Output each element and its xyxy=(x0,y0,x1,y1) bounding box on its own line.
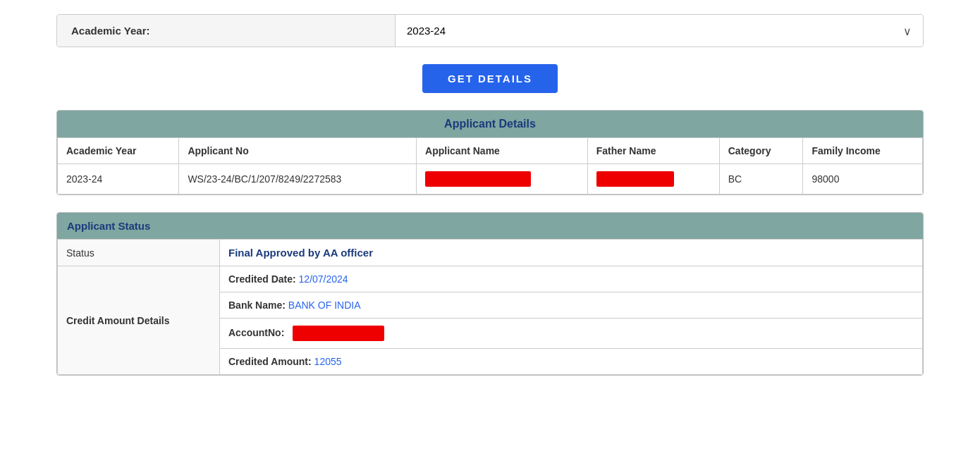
cell-applicant-no: WS/23-24/BC/1/207/8249/2272583 xyxy=(179,164,417,195)
button-container: GET DETAILS xyxy=(56,64,924,93)
father-name-redacted xyxy=(596,171,674,187)
credited-date-value: 12/07/2024 xyxy=(299,273,348,285)
account-no-label: AccountNo: xyxy=(228,327,284,338)
credited-amount-row: Credited Amount: 12055 xyxy=(220,349,922,374)
status-value-cell: Final Approved by AA officer xyxy=(220,240,923,266)
credited-date-row: Credited Date: 12/07/2024 xyxy=(220,266,922,292)
get-details-button[interactable]: GET DETAILS xyxy=(422,64,558,93)
status-row: Status Final Approved by AA officer xyxy=(58,240,923,266)
credited-amount-label: Credited Amount: xyxy=(228,356,312,367)
cell-academic-year: 2023-24 xyxy=(58,164,179,195)
cell-father-name xyxy=(587,164,719,195)
credit-label-cell: Credit Amount Details xyxy=(58,266,220,375)
status-label-cell: Status xyxy=(58,240,220,266)
applicant-status-table: Status Final Approved by AA officer Cred… xyxy=(57,239,923,375)
cell-applicant-name xyxy=(417,164,588,195)
col-family-income: Family Income xyxy=(803,138,923,164)
col-father-name: Father Name xyxy=(587,138,719,164)
col-applicant-name: Applicant Name xyxy=(417,138,588,164)
col-applicant-no: Applicant No xyxy=(179,138,417,164)
applicant-status-header: Applicant Status xyxy=(57,213,923,239)
col-academic-year: Academic Year xyxy=(58,138,179,164)
status-value: Final Approved by AA officer xyxy=(228,247,373,259)
account-no-redacted xyxy=(293,326,384,341)
credit-details-cell: Credited Date: 12/07/2024 Bank Name: BAN… xyxy=(220,266,923,375)
credit-label: Credit Amount Details xyxy=(66,315,170,326)
academic-year-row: Academic Year: 2023-24 2022-23 2021-22 xyxy=(56,14,924,47)
account-no-row: AccountNo: xyxy=(220,319,922,349)
applicant-name-redacted xyxy=(425,171,531,187)
academic-year-select-wrapper[interactable]: 2023-24 2022-23 2021-22 xyxy=(396,15,923,47)
page-wrapper: Academic Year: 2023-24 2022-23 2021-22 G… xyxy=(28,0,952,390)
cell-family-income: 98000 xyxy=(803,164,923,195)
credit-amount-row: Credit Amount Details Credited Date: 12/… xyxy=(58,266,923,375)
bank-name-label: Bank Name: xyxy=(228,300,286,311)
status-label: Status xyxy=(66,247,94,259)
applicant-details-section: Applicant Details Academic Year Applican… xyxy=(56,110,924,195)
applicant-status-section: Applicant Status Status Final Approved b… xyxy=(56,212,924,376)
cell-category: BC xyxy=(719,164,803,195)
table-row: 2023-24 WS/23-24/BC/1/207/8249/2272583 B… xyxy=(58,164,923,195)
credited-amount-value: 12055 xyxy=(314,356,342,367)
academic-year-label: Academic Year: xyxy=(57,15,396,47)
col-category: Category xyxy=(719,138,803,164)
table-header-row: Academic Year Applicant No Applicant Nam… xyxy=(58,138,923,164)
bank-name-value: BANK OF INDIA xyxy=(288,300,361,311)
credited-date-label: Credited Date: xyxy=(228,273,296,285)
academic-year-select[interactable]: 2023-24 2022-23 2021-22 xyxy=(396,15,458,47)
applicant-details-table: Academic Year Applicant No Applicant Nam… xyxy=(57,137,923,195)
bank-name-row: Bank Name: BANK OF INDIA xyxy=(220,292,922,319)
applicant-details-header: Applicant Details xyxy=(57,111,923,137)
